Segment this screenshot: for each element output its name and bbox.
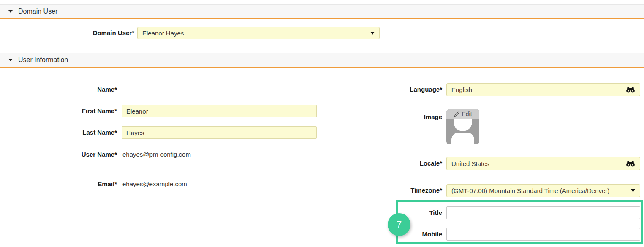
person-avatar-icon bbox=[451, 133, 474, 144]
domain-user-label: Domain User* bbox=[0, 30, 134, 36]
domain-user-dropdown[interactable]: Eleanor Hayes bbox=[137, 27, 380, 39]
timezone-dropdown[interactable]: (GMT-07:00) Mountain Standard Time (Amer… bbox=[446, 184, 640, 197]
edit-label: Edit bbox=[462, 111, 472, 117]
title-label: Title bbox=[338, 209, 442, 216]
language-label: Language* bbox=[338, 86, 442, 93]
last-name-label: Last Name* bbox=[0, 129, 117, 136]
locale-lookup-field[interactable]: United States bbox=[446, 157, 640, 170]
language-lookup-field[interactable]: English bbox=[446, 83, 640, 96]
user-information-section-header[interactable]: User Information bbox=[0, 53, 644, 68]
collapse-arrow-icon bbox=[8, 10, 13, 13]
section-title: Domain User bbox=[18, 8, 57, 15]
image-label: Image bbox=[338, 114, 442, 120]
email-label: Email* bbox=[0, 181, 117, 187]
section-title: User Information bbox=[18, 56, 68, 64]
first-name-input[interactable] bbox=[122, 105, 317, 117]
timezone-label: Timezone* bbox=[338, 187, 442, 194]
user-profile-form: Domain User Domain User* Eleanor Hayes U… bbox=[0, 0, 644, 247]
first-name-label: First Name* bbox=[0, 108, 117, 114]
locale-value: United States bbox=[451, 160, 626, 167]
user-name-label: User Name* bbox=[0, 151, 117, 158]
last-name-input[interactable] bbox=[122, 126, 317, 139]
chevron-down-icon bbox=[631, 189, 635, 192]
pencil-icon bbox=[454, 111, 460, 117]
email-value: ehayes@example.com bbox=[122, 181, 187, 187]
profile-image: Edit bbox=[446, 109, 479, 144]
binoculars-lookup-icon[interactable] bbox=[626, 87, 635, 93]
chevron-down-icon bbox=[370, 32, 375, 35]
binoculars-lookup-icon[interactable] bbox=[626, 161, 635, 167]
mobile-input[interactable] bbox=[446, 228, 640, 241]
user-name-value: ehayes@pm-config.com bbox=[122, 151, 191, 158]
locale-label: Locale* bbox=[338, 160, 442, 167]
timezone-value: (GMT-07:00) Mountain Standard Time (Amer… bbox=[451, 187, 631, 194]
image-edit-button[interactable]: Edit bbox=[446, 109, 479, 119]
collapse-arrow-icon bbox=[8, 59, 13, 61]
name-label: Name* bbox=[0, 86, 117, 93]
step-number-badge: 7 bbox=[388, 213, 410, 236]
title-input[interactable] bbox=[446, 206, 640, 219]
language-value: English bbox=[451, 86, 626, 93]
domain-user-section-header[interactable]: Domain User bbox=[0, 5, 644, 19]
domain-user-dropdown-value: Eleanor Hayes bbox=[142, 30, 370, 37]
